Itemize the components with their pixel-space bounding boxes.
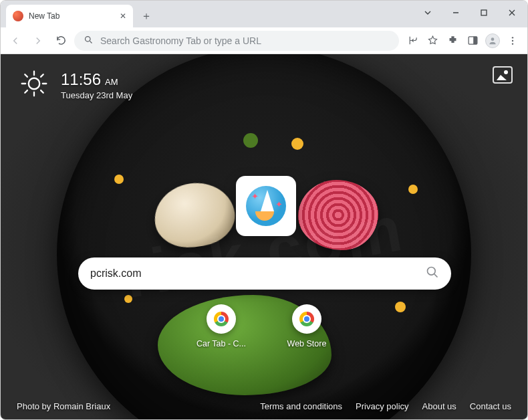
clock: 11:56 AM Tuesday 23rd May — [61, 70, 132, 100]
extensions-icon[interactable] — [443, 31, 462, 50]
footer-link-terms[interactable]: Terms and conditions — [260, 401, 342, 411]
sun-icon — [19, 69, 49, 101]
chrome-icon — [214, 312, 229, 326]
svg-point-1 — [86, 36, 91, 41]
window-controls — [415, 3, 525, 22]
svg-point-7 — [512, 43, 513, 44]
svg-point-9 — [428, 268, 436, 276]
search-icon — [84, 35, 94, 47]
svg-point-8 — [29, 78, 40, 90]
svg-rect-0 — [481, 10, 487, 15]
food-decor — [298, 180, 378, 250]
food-decor — [124, 295, 132, 303]
tab-favicon — [13, 11, 23, 21]
gastronomy-icon: ✦✦ — [246, 186, 286, 226]
footer-link-contact[interactable]: Contact us — [470, 401, 511, 411]
shortcut-car-tab[interactable]: Car Tab - C... — [194, 304, 248, 348]
food-decor — [408, 185, 418, 194]
omnibox[interactable]: Search Gastronomy Tab or type a URL — [74, 31, 399, 51]
page-search-bar[interactable] — [78, 257, 451, 290]
footer-link-privacy[interactable]: Privacy policy — [356, 401, 408, 411]
forward-button[interactable] — [29, 31, 47, 50]
photo-credit: Photo by Romain Briaux — [17, 401, 110, 411]
page-search-input[interactable] — [90, 268, 426, 280]
shortcut-label: Web Store — [280, 339, 334, 348]
svg-point-4 — [491, 37, 495, 41]
clock-ampm: AM — [105, 77, 118, 87]
new-tab-page: rick.com 11:56 AM Tuesday 23rd May ✦✦ — [1, 54, 527, 420]
footer-links: Terms and conditions Privacy policy Abou… — [260, 401, 511, 411]
footer-link-about[interactable]: About us — [422, 401, 456, 411]
omnibox-placeholder: Search Gastronomy Tab or type a URL — [100, 35, 261, 46]
shortcuts-row: Car Tab - C... Web Store — [1, 304, 527, 348]
weather-clock-widget[interactable]: 11:56 AM Tuesday 23rd May — [19, 69, 132, 101]
back-button[interactable] — [6, 31, 25, 50]
close-tab-icon[interactable]: ✕ — [120, 11, 126, 21]
bookmark-icon[interactable] — [423, 31, 442, 50]
window-titlebar: New Tab ✕ ＋ — [1, 1, 527, 27]
svg-point-5 — [512, 37, 513, 38]
food-decor — [114, 175, 124, 184]
svg-rect-3 — [473, 37, 477, 44]
food-decor — [291, 138, 303, 150]
clock-time: 11:56 — [61, 70, 101, 89]
new-tab-button[interactable]: ＋ — [137, 7, 156, 25]
kebab-menu-icon[interactable] — [503, 31, 522, 50]
share-icon[interactable] — [403, 31, 422, 50]
close-window-icon[interactable] — [499, 3, 525, 22]
reload-button[interactable] — [51, 31, 70, 50]
sidepanel-icon[interactable] — [463, 31, 482, 50]
page-footer: Photo by Romain Briaux Terms and conditi… — [1, 391, 527, 420]
tabs-dropdown-icon[interactable] — [415, 3, 440, 22]
svg-point-6 — [512, 39, 513, 41]
browser-tab[interactable]: New Tab ✕ — [6, 5, 133, 27]
browser-toolbar: Search Gastronomy Tab or type a URL — [1, 27, 527, 54]
minimize-icon[interactable] — [443, 3, 469, 22]
shortcut-web-store[interactable]: Web Store — [280, 304, 334, 348]
clock-date: Tuesday 23rd May — [61, 90, 132, 100]
food-decor — [243, 133, 258, 148]
maximize-icon[interactable] — [471, 3, 497, 22]
shortcut-label: Car Tab - C... — [194, 339, 248, 348]
change-wallpaper-icon[interactable] — [493, 66, 513, 84]
tab-title: New Tab — [29, 11, 114, 21]
profile-avatar[interactable] — [483, 31, 502, 50]
extension-logo-tile[interactable]: ✦✦ — [236, 176, 296, 236]
chrome-icon — [299, 312, 314, 326]
search-icon[interactable] — [426, 266, 439, 282]
